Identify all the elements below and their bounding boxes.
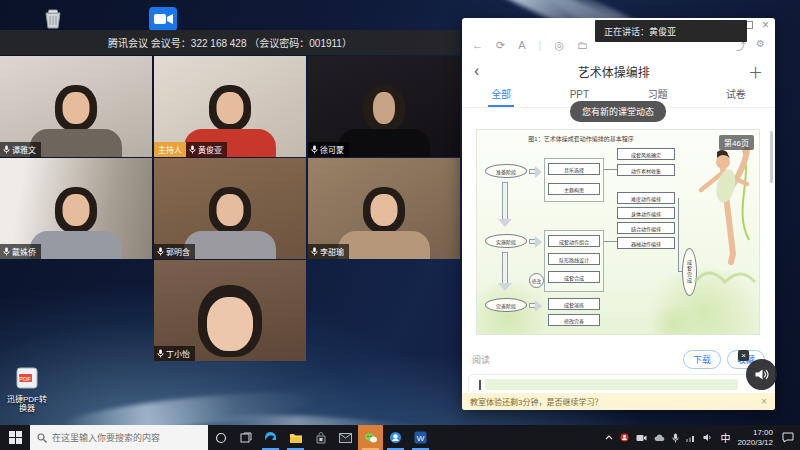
download-button[interactable]: 下载: [683, 350, 721, 369]
scrollbar[interactable]: [770, 131, 773, 183]
pdf-converter-icon: PDF: [15, 366, 39, 394]
pdf-converter-label: 迅捷PDF转换器: [4, 396, 50, 414]
flow-box: 动作素材收集: [617, 164, 675, 176]
video-tile-participant-6[interactable]: 李甜瑜: [308, 158, 460, 259]
flow-arrow-down: [502, 182, 508, 220]
settings-icon[interactable]: ⚙: [756, 38, 765, 53]
participant-name: 谭雅文: [12, 144, 36, 155]
flowchart-stage: 实施阶段: [485, 234, 527, 248]
video-tile-participant-7[interactable]: 丁小怡: [154, 260, 306, 361]
tray-camera-icon[interactable]: [636, 434, 647, 442]
app-icon-blue[interactable]: [383, 425, 408, 450]
tray-cloud-icon[interactable]: [654, 434, 665, 442]
toolbar-divider: |: [539, 39, 542, 51]
add-icon[interactable]: ＋: [748, 61, 763, 82]
tray-app-red-icon[interactable]: [620, 433, 629, 442]
flow-box: 主题构思: [548, 183, 600, 195]
flow-box: 音乐选择: [548, 163, 600, 175]
windows-logo-icon: [9, 431, 22, 444]
taskbar-clock[interactable]: 17:00 2020/3/12: [737, 428, 773, 446]
flowchart-title: 图1：艺术体操成套动作编排的基本程序: [477, 134, 685, 143]
ime-indicator[interactable]: 中: [720, 430, 730, 445]
taskbar-search[interactable]: [30, 425, 208, 450]
flow-box: 身体动作编排: [617, 207, 675, 219]
tray-expand-icon[interactable]: [605, 435, 613, 440]
meeting-id-text: 腾讯会议 会议号：322 168 428 （会议密码：001911）: [108, 35, 352, 50]
mic-icon: [157, 349, 164, 358]
search-icon: [37, 433, 47, 443]
tray-mic-icon[interactable]: [672, 433, 679, 443]
participant-name: 黄俊亚: [198, 144, 222, 155]
participant-name: 郭明含: [166, 246, 190, 257]
mic-icon: [157, 247, 164, 256]
text-cursor: [479, 380, 481, 390]
flow-box: 成套合成: [548, 271, 600, 283]
tray-network-icon[interactable]: [686, 434, 696, 442]
flow-circle: 修改: [529, 273, 544, 288]
doc-content-area: 您有新的课堂动态 图1：艺术体操成套动作编排的基本程序 准备阶段 实施阶段 完善…: [462, 109, 775, 343]
video-tile-participant-4[interactable]: 戴姝侨: [0, 158, 152, 259]
font-size-icon[interactable]: A: [518, 39, 525, 51]
wechat-icon-flashing[interactable]: [358, 425, 383, 450]
doc-nav-bar: ‹ 艺术体操编排 ＋: [462, 58, 775, 84]
flowchart-stage: 完善阶段: [485, 298, 527, 312]
search-input[interactable]: [52, 433, 192, 443]
record-icon[interactable]: ◎: [554, 39, 564, 52]
folder-icon[interactable]: 🗀: [577, 39, 588, 51]
mic-icon: [189, 145, 196, 154]
participant-name: 戴姝侨: [12, 246, 36, 257]
flow-box: 器械动作编排: [617, 237, 675, 249]
desktop-screen: PDF 迅捷PDF转换器 腾讯会议 会议号：322 168 428 （会议密码：…: [0, 0, 800, 450]
next-document-card[interactable]: [468, 374, 769, 392]
refresh-icon[interactable]: ⟳: [496, 39, 505, 52]
host-badge: 主持人: [154, 142, 186, 157]
task-view-icon[interactable]: [233, 425, 258, 450]
speaker-icon: [754, 367, 769, 382]
mail-icon[interactable]: [333, 425, 358, 450]
cortana-icon[interactable]: [208, 425, 233, 450]
participant-nametag: 戴姝侨: [0, 244, 41, 259]
flow-line: [604, 241, 617, 242]
flow-box: 结合动作编排: [617, 222, 675, 234]
word-icon[interactable]: W: [408, 425, 433, 450]
trial-notice-text: 教室体验还剩3分钟，是否继续学习？: [470, 396, 602, 407]
video-tile-participant-1[interactable]: 谭雅文: [0, 56, 152, 157]
clock-date: 2020/3/12: [737, 438, 773, 447]
mic-icon: [3, 247, 10, 256]
trial-notice-bar: 教室体验还剩3分钟，是否继续学习？ ×: [462, 393, 775, 410]
speaking-toast-text: 正在讲话：黄俊亚: [604, 25, 676, 38]
edge-icon[interactable]: [258, 425, 283, 450]
windows-taskbar: W 中 17:00 2020/3/12: [0, 425, 800, 450]
flow-box: 成套演练: [548, 298, 600, 310]
action-center-icon[interactable]: [780, 432, 796, 443]
video-tile-participant-3[interactable]: 徐可蒙: [308, 56, 460, 157]
audio-close-icon[interactable]: ×: [738, 350, 749, 361]
desktop-icon-pdf-converter[interactable]: PDF 迅捷PDF转换器: [4, 366, 50, 414]
video-tile-participant-5[interactable]: 郭明含: [154, 158, 306, 259]
mic-icon: [311, 247, 318, 256]
meeting-title-bar: 腾讯会议 会议号：322 168 428 （会议密码：001911）: [0, 30, 460, 55]
mic-icon: [311, 145, 318, 154]
notice-close-icon[interactable]: ×: [761, 396, 767, 407]
back-icon[interactable]: ←: [472, 39, 483, 51]
ppt-slide-preview[interactable]: 图1：艺术体操成套动作编排的基本程序 准备阶段 实施阶段 完善阶段 音乐选择 主…: [476, 129, 760, 335]
tray-volume-icon[interactable]: [703, 433, 713, 442]
speaker-button[interactable]: [746, 359, 777, 390]
speaking-toast: 正在讲话：黄俊亚: [595, 20, 747, 42]
microsoft-store-icon[interactable]: [308, 425, 333, 450]
flow-arrow-down: [502, 252, 508, 284]
participant-nametag: 黄俊亚: [186, 142, 227, 157]
tab-papers[interactable]: 试卷: [697, 84, 775, 107]
flow-box: 成套动作组合: [548, 235, 600, 247]
close-icon[interactable]: ×: [762, 21, 769, 29]
system-tray: 中 17:00 2020/3/12: [605, 425, 800, 450]
participant-nametag: 丁小怡: [154, 346, 195, 361]
start-button[interactable]: [0, 425, 30, 450]
flow-box: 队形路线设计: [548, 253, 600, 265]
doc-meta-row: 阅读 下载 收藏: [462, 347, 775, 371]
mic-icon: [3, 145, 10, 154]
video-tile-participant-2[interactable]: 主持人 黄俊亚: [154, 56, 306, 157]
tab-all[interactable]: 全部: [462, 84, 540, 107]
file-explorer-icon[interactable]: [283, 425, 308, 450]
activity-toast: 您有新的课堂动态: [570, 101, 666, 122]
